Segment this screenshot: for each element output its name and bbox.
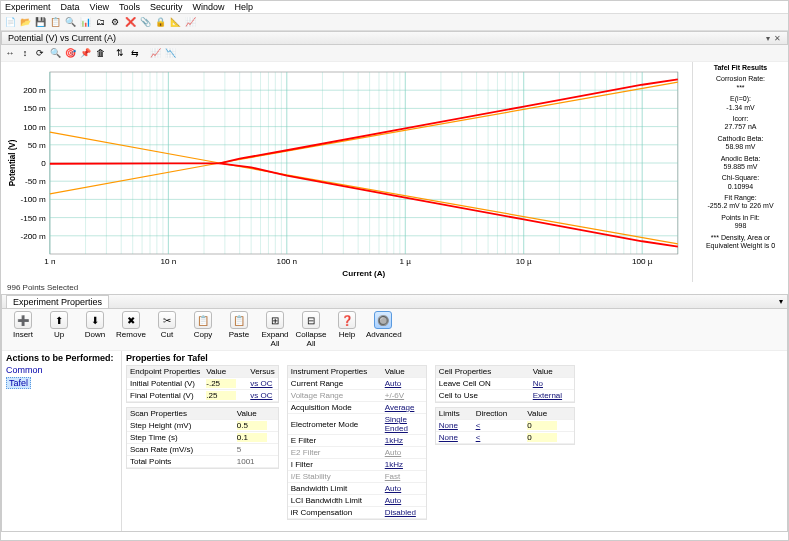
action-common[interactable]: Common [6, 365, 117, 375]
corrosion-rate-label: Corrosion Rate: [696, 75, 785, 83]
toolbar-help[interactable]: ❓Help [330, 311, 364, 348]
prop-value[interactable]: Auto [385, 484, 401, 493]
toolbar-up[interactable]: ⬆Up [42, 311, 76, 348]
limit-value[interactable]: 0 [527, 433, 557, 442]
chart-tool-pin-icon[interactable]: 📌 [78, 46, 92, 60]
prop-label: E Filter [288, 435, 382, 447]
menu-experiment[interactable]: Experiment [5, 2, 51, 12]
toolbar-chart-icon[interactable]: 📊 [78, 15, 92, 29]
prop-value[interactable]: -.25 [206, 379, 236, 388]
chart-tool-zoom-icon[interactable]: 🔍 [48, 46, 62, 60]
toolbar-insert[interactable]: ➕Insert [6, 311, 40, 348]
menu-window[interactable]: Window [192, 2, 224, 12]
e-label: E(i=0): [696, 95, 785, 103]
fit-range-value: -255.2 mV to 226 mV [696, 202, 785, 210]
toolbar-ruler-icon[interactable]: 📐 [168, 15, 182, 29]
svg-text:100 µ: 100 µ [632, 257, 653, 266]
chart-tool-reset-icon[interactable]: ⟳ [33, 46, 47, 60]
prop-value[interactable]: +/-6V [385, 391, 404, 400]
pin-icon[interactable]: ▾ [766, 34, 770, 43]
menu-view[interactable]: View [90, 2, 109, 12]
results-note: *** Density, Area or Equivalent Weight i… [696, 234, 785, 251]
toolbar-label: Help [330, 330, 364, 339]
table-row: Final Potential (V).25vs OC [127, 390, 278, 402]
toolbar-gear-icon[interactable]: ⚙ [108, 15, 122, 29]
toolbar-open-icon[interactable]: 📂 [18, 15, 32, 29]
remove-icon: ✖ [122, 311, 140, 329]
toolbar-cut[interactable]: ✂Cut [150, 311, 184, 348]
limit-direction[interactable]: < [476, 433, 481, 442]
toolbar-copy[interactable]: 📋Copy [186, 311, 220, 348]
toolbar-down[interactable]: ⬇Down [78, 311, 112, 348]
menu-bar: Experiment Data View Tools Security Wind… [1, 1, 788, 14]
limit-type[interactable]: None [439, 433, 458, 442]
prop-value[interactable]: Single Ended [385, 415, 408, 433]
chart-tool-panx-icon[interactable]: ↔ [3, 46, 17, 60]
chart-panel-header: Potential (V) vs Current (A) ▾ ✕ [1, 31, 788, 45]
toolbar-stop-icon[interactable]: ❌ [123, 15, 137, 29]
prop-value[interactable]: 0.5 [237, 421, 267, 430]
toolbar-lock-icon[interactable]: 🔒 [153, 15, 167, 29]
menu-tools[interactable]: Tools [119, 2, 140, 12]
prop-value[interactable]: Auto [385, 496, 401, 505]
chart-tool-series2-icon[interactable]: 📉 [163, 46, 177, 60]
chart-tool-fliph-icon[interactable]: ⇅ [113, 46, 127, 60]
properties-dropdown-icon[interactable]: ▾ [779, 297, 783, 306]
prop-value[interactable]: Auto [385, 379, 401, 388]
prop-value[interactable]: Fast [385, 472, 401, 481]
prop-value[interactable]: .25 [206, 391, 236, 400]
toolbar-zoom-icon[interactable]: 🔍 [63, 15, 77, 29]
main-toolbar: 📄 📂 💾 📋 🔍 📊 🗂 ⚙ ❌ 📎 🔒 📐 📈 [1, 14, 788, 31]
prop-value[interactable]: No [533, 379, 543, 388]
table-row: Scan Rate (mV/s)5 [127, 444, 278, 456]
svg-text:10 µ: 10 µ [516, 257, 532, 266]
toolbar-attach-icon[interactable]: 📎 [138, 15, 152, 29]
col-header: Value [524, 408, 573, 420]
chart-area[interactable]: 200 m150 m100 m50 m0-50 m-100 m-150 m-20… [1, 62, 692, 282]
expand-all-icon: ⊞ [266, 311, 284, 329]
prop-value[interactable]: External [533, 391, 562, 400]
prop-value[interactable]: Average [385, 403, 415, 412]
toolbar-paste-icon[interactable]: 📋 [48, 15, 62, 29]
toolbar-remove[interactable]: ✖Remove [114, 311, 148, 348]
svg-text:-50 m: -50 m [25, 177, 46, 186]
action-tafel[interactable]: Tafel [6, 377, 31, 389]
table-row: Cell to UseExternal [436, 390, 574, 402]
menu-data[interactable]: Data [61, 2, 80, 12]
chart-tool-clear-icon[interactable]: 🗑 [93, 46, 107, 60]
toolbar-save-icon[interactable]: 💾 [33, 15, 47, 29]
tab-experiment-properties[interactable]: Experiment Properties [6, 295, 109, 308]
limit-direction[interactable]: < [476, 421, 481, 430]
toolbar-collapse-all[interactable]: ⊟Collapse All [294, 311, 328, 348]
toolbar-tabs-icon[interactable]: 🗂 [93, 15, 107, 29]
chart-tool-pany-icon[interactable]: ↕ [18, 46, 32, 60]
limit-type[interactable]: None [439, 421, 458, 430]
prop-value[interactable]: 1kHz [385, 460, 403, 469]
close-icon[interactable]: ✕ [774, 34, 781, 43]
toolbar-expand-all[interactable]: ⊞Expand All [258, 311, 292, 348]
chart-tool-series1-icon[interactable]: 📈 [148, 46, 162, 60]
prop-versus[interactable]: vs OC [250, 379, 272, 388]
actions-header: Actions to be Performed: [6, 353, 117, 363]
chart-tool-target-icon[interactable]: 🎯 [63, 46, 77, 60]
chart-tool-flipv-icon[interactable]: ⇆ [128, 46, 142, 60]
prop-label: Current Range [288, 378, 382, 390]
prop-label: Step Time (s) [127, 432, 234, 444]
toolbar-new-icon[interactable]: 📄 [3, 15, 17, 29]
toolbar-paste[interactable]: 📋Paste [222, 311, 256, 348]
prop-value[interactable]: Disabled [385, 508, 416, 517]
prop-value[interactable]: Auto [385, 448, 401, 457]
prop-label: I/E Stability [288, 471, 382, 483]
menu-security[interactable]: Security [150, 2, 183, 12]
toolbar-advanced[interactable]: 🔘Advanced [366, 311, 400, 348]
svg-text:100 m: 100 m [23, 123, 46, 132]
prop-versus[interactable]: vs OC [250, 391, 272, 400]
toolbar-plot-icon[interactable]: 📈 [183, 15, 197, 29]
icorr-value: 27.757 nA [696, 123, 785, 131]
group-instrument: Instrument PropertiesValueCurrent RangeA… [287, 365, 427, 520]
prop-label: Voltage Range [288, 390, 382, 402]
prop-value[interactable]: 1kHz [385, 436, 403, 445]
prop-value[interactable]: 0.1 [237, 433, 267, 442]
limit-value[interactable]: 0 [527, 421, 557, 430]
menu-help[interactable]: Help [234, 2, 253, 12]
